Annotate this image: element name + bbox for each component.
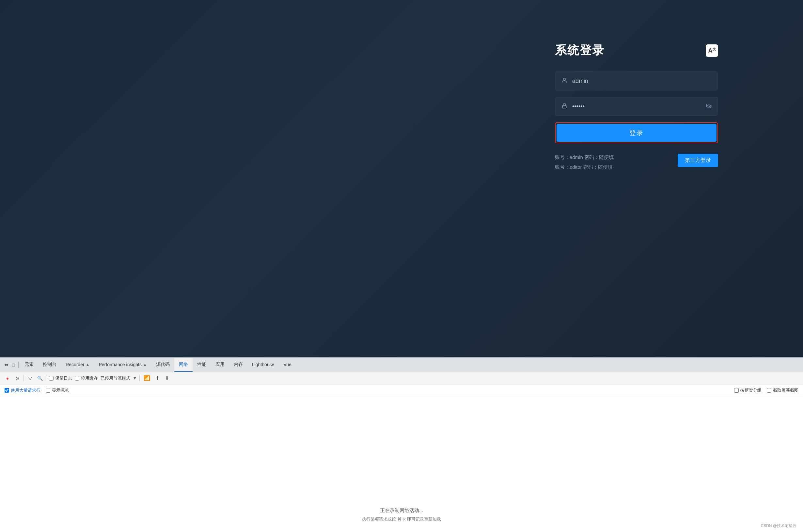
translate-icon[interactable]: A文 bbox=[706, 44, 718, 57]
tab-performance-insights[interactable]: Performance insights ▲ bbox=[94, 358, 151, 372]
performance-insights-icon: ▲ bbox=[143, 362, 147, 367]
toolbar-divider-3 bbox=[139, 375, 140, 382]
lock-icon bbox=[561, 102, 568, 111]
group-by-frame-label: 按框架分组 bbox=[740, 387, 762, 393]
watermark: CSDN @技术宅星云 bbox=[761, 523, 797, 529]
password-input[interactable] bbox=[572, 103, 705, 110]
login-title: 系统登录 bbox=[555, 42, 605, 58]
device-icon[interactable]: □ bbox=[10, 361, 17, 368]
use-large-rows-option[interactable]: 使用大量请求行 bbox=[4, 387, 40, 393]
tab-vue-label: Vue bbox=[283, 362, 291, 367]
tab-memory[interactable]: 内存 bbox=[229, 358, 247, 372]
options-left: 使用大量请求行 显示概览 bbox=[4, 387, 69, 393]
tab-application[interactable]: 应用 bbox=[211, 358, 229, 372]
devtools-toolbar: ● ⊘ ▽ 🔍 保留日志 停用缓存 已停用节流模式 ▼ 📶 ⬆ ⬇ bbox=[0, 372, 803, 384]
preserve-log-label: 保留日志 bbox=[55, 375, 72, 381]
group-by-frame-option[interactable]: 按框架分组 bbox=[734, 387, 762, 393]
tab-recorder-label: Recorder bbox=[65, 362, 84, 367]
third-party-login-button[interactable]: 第三方登录 bbox=[678, 154, 718, 167]
preserve-log-input[interactable] bbox=[49, 376, 54, 381]
preserve-log-checkbox[interactable]: 保留日志 bbox=[49, 375, 72, 381]
user-icon bbox=[561, 77, 568, 85]
devtools-options: 使用大量请求行 显示概览 按框架分组 截取屏幕截图 bbox=[0, 384, 803, 396]
username-input[interactable] bbox=[572, 78, 712, 84]
login-button[interactable]: 登录 bbox=[557, 124, 716, 141]
hints-text: 账号：admin 密码：随便填 账号：editor 密码：随便填 bbox=[555, 152, 614, 172]
hint1: 账号：admin 密码：随便填 bbox=[555, 152, 614, 162]
tab-console[interactable]: 控制台 bbox=[38, 358, 61, 372]
use-large-rows-label: 使用大量请求行 bbox=[11, 387, 40, 393]
devtools-content: 正在录制网络活动... 执行某项请求或按 ⌘ R 即可记录重新加载 bbox=[0, 396, 803, 532]
capture-screenshots-checkbox[interactable] bbox=[767, 388, 771, 393]
main-login-area: 系统登录 A文 bbox=[0, 0, 803, 357]
tab-vue[interactable]: Vue bbox=[279, 358, 296, 372]
login-button-wrapper: 登录 bbox=[555, 122, 718, 143]
tab-elements[interactable]: 元素 bbox=[20, 358, 38, 372]
download-icon[interactable]: ⬇ bbox=[164, 374, 170, 382]
tab-network[interactable]: 网络 bbox=[174, 358, 193, 372]
toolbar-divider-2 bbox=[46, 375, 46, 382]
recorder-icon: ▲ bbox=[86, 362, 90, 367]
filter-icon[interactable]: ▽ bbox=[26, 375, 34, 382]
username-input-group bbox=[555, 72, 718, 90]
throttle-arrow[interactable]: ▼ bbox=[133, 376, 137, 381]
eye-icon[interactable] bbox=[705, 103, 712, 110]
tab-memory-label: 内存 bbox=[234, 362, 243, 367]
upload-icon[interactable]: ⬆ bbox=[154, 374, 161, 382]
tab-network-label: 网络 bbox=[179, 362, 188, 367]
hint2: 账号：editor 密码：随便填 bbox=[555, 162, 614, 172]
login-panel: 系统登录 A文 bbox=[555, 42, 718, 172]
devtools-tab-bar: ⬌ □ 元素 控制台 Recorder ▲ Performance insigh… bbox=[0, 358, 803, 372]
tab-elements-label: 元素 bbox=[24, 362, 34, 367]
disable-cache-label: 停用缓存 bbox=[81, 375, 98, 381]
show-overview-checkbox[interactable] bbox=[46, 388, 50, 393]
svg-point-0 bbox=[563, 78, 566, 80]
translate-icon-text: A文 bbox=[708, 47, 716, 54]
login-title-row: 系统登录 A文 bbox=[555, 42, 718, 58]
hints-row: 账号：admin 密码：随便填 账号：editor 密码：随便填 第三方登录 bbox=[555, 152, 718, 172]
recording-hint: 执行某项请求或按 ⌘ R 即可记录重新加载 bbox=[362, 516, 441, 522]
tab-separator bbox=[18, 362, 19, 368]
show-overview-label: 显示概览 bbox=[52, 387, 69, 393]
use-large-rows-checkbox[interactable] bbox=[4, 388, 9, 393]
stop-button[interactable]: ⊘ bbox=[14, 375, 21, 382]
cursor-icon[interactable]: ⬌ bbox=[3, 361, 10, 368]
options-right: 按框架分组 截取屏幕截图 bbox=[734, 387, 799, 393]
tab-source[interactable]: 源代码 bbox=[151, 358, 174, 372]
tab-lighthouse[interactable]: Lighthouse bbox=[247, 358, 279, 372]
devtools-area: ⬌ □ 元素 控制台 Recorder ▲ Performance insigh… bbox=[0, 357, 803, 532]
tab-recorder[interactable]: Recorder ▲ bbox=[61, 358, 94, 372]
toolbar-divider-1 bbox=[23, 375, 24, 382]
disable-cache-input[interactable] bbox=[75, 376, 79, 381]
tab-performance-label: 性能 bbox=[197, 362, 206, 367]
capture-screenshots-option[interactable]: 截取屏幕截图 bbox=[767, 387, 799, 393]
group-by-frame-checkbox[interactable] bbox=[734, 388, 739, 393]
tab-source-label: 源代码 bbox=[156, 362, 170, 367]
record-button[interactable]: ● bbox=[4, 375, 11, 382]
tab-performance-insights-label: Performance insights bbox=[99, 362, 142, 367]
tab-performance[interactable]: 性能 bbox=[193, 358, 211, 372]
throttle-select[interactable]: 已停用节流模式 bbox=[100, 375, 130, 381]
wifi-icon[interactable]: 📶 bbox=[142, 374, 151, 382]
capture-screenshots-label: 截取屏幕截图 bbox=[773, 387, 799, 393]
svg-rect-1 bbox=[562, 106, 566, 108]
password-input-group bbox=[555, 97, 718, 116]
search-icon[interactable]: 🔍 bbox=[36, 375, 43, 382]
show-overview-option[interactable]: 显示概览 bbox=[46, 387, 69, 393]
recording-status: 正在录制网络活动... 执行某项请求或按 ⌘ R 即可记录重新加载 bbox=[362, 508, 441, 522]
recording-text: 正在录制网络活动... bbox=[362, 508, 441, 514]
tab-application-label: 应用 bbox=[215, 362, 225, 367]
disable-cache-checkbox[interactable]: 停用缓存 bbox=[75, 375, 98, 381]
tab-lighthouse-label: Lighthouse bbox=[252, 362, 274, 367]
tab-console-label: 控制台 bbox=[43, 362, 56, 367]
devtools-content-wrapper: 正在录制网络活动... 执行某项请求或按 ⌘ R 即可记录重新加载 CSDN @… bbox=[0, 396, 803, 532]
